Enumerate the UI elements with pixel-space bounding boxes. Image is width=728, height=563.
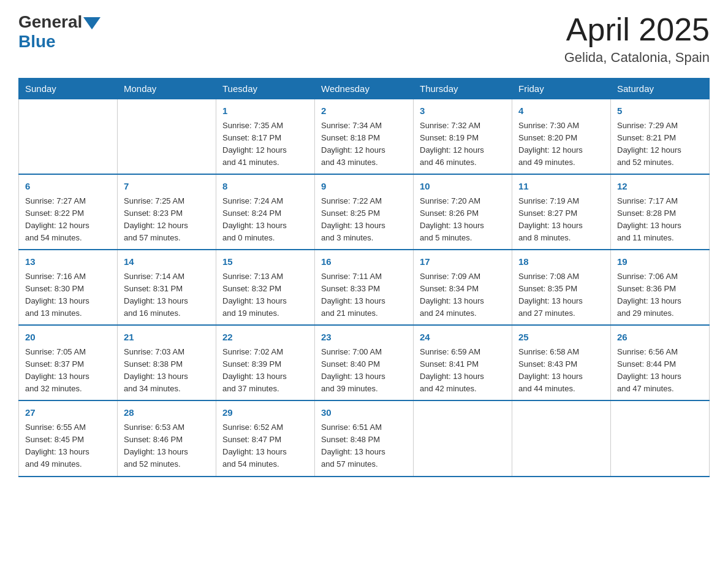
day-cell: 26Sunrise: 6:56 AMSunset: 8:44 PMDayligh…: [611, 325, 710, 400]
day-number: 29: [222, 406, 308, 420]
day-cell: 8Sunrise: 7:24 AMSunset: 8:24 PMDaylight…: [216, 174, 315, 250]
day-number: 1: [222, 104, 308, 118]
day-number: 18: [518, 255, 604, 269]
day-number: 26: [617, 331, 703, 345]
week-row-3: 13Sunrise: 7:16 AMSunset: 8:30 PMDayligh…: [19, 250, 710, 325]
logo-triangle-icon: [83, 17, 100, 29]
day-info: Sunrise: 7:17 AMSunset: 8:28 PMDaylight:…: [617, 195, 703, 245]
day-cell: 10Sunrise: 7:20 AMSunset: 8:26 PMDayligh…: [414, 174, 512, 250]
day-cell: 22Sunrise: 7:02 AMSunset: 8:39 PMDayligh…: [216, 325, 315, 400]
day-info: Sunrise: 6:55 AMSunset: 8:45 PMDaylight:…: [25, 421, 111, 471]
day-cell: [611, 400, 710, 476]
day-cell: 14Sunrise: 7:14 AMSunset: 8:31 PMDayligh…: [118, 250, 216, 325]
day-info: Sunrise: 7:32 AMSunset: 8:19 PMDaylight:…: [420, 120, 506, 169]
day-info: Sunrise: 6:59 AMSunset: 8:41 PMDaylight:…: [420, 346, 506, 396]
calendar-header: SundayMondayTuesdayWednesdayThursdayFrid…: [19, 79, 710, 99]
day-number: 2: [321, 104, 407, 118]
day-number: 20: [25, 331, 111, 345]
header-cell-sunday: Sunday: [19, 79, 118, 99]
header-cell-monday: Monday: [118, 79, 216, 99]
day-cell: 18Sunrise: 7:08 AMSunset: 8:35 PMDayligh…: [512, 250, 611, 325]
day-number: 25: [518, 331, 604, 345]
day-info: Sunrise: 6:51 AMSunset: 8:48 PMDaylight:…: [321, 421, 407, 471]
day-info: Sunrise: 7:08 AMSunset: 8:35 PMDaylight:…: [518, 270, 604, 320]
day-number: 16: [321, 255, 407, 269]
day-cell: 30Sunrise: 6:51 AMSunset: 8:48 PMDayligh…: [315, 400, 414, 476]
day-number: 12: [617, 180, 703, 194]
day-info: Sunrise: 7:34 AMSunset: 8:18 PMDaylight:…: [321, 120, 407, 169]
day-info: Sunrise: 7:25 AMSunset: 8:23 PMDaylight:…: [124, 195, 210, 245]
day-cell: 13Sunrise: 7:16 AMSunset: 8:30 PMDayligh…: [19, 250, 118, 325]
day-info: Sunrise: 7:13 AMSunset: 8:32 PMDaylight:…: [222, 270, 308, 320]
day-number: 8: [222, 180, 308, 194]
header-cell-friday: Friday: [512, 79, 611, 99]
day-number: 7: [124, 180, 210, 194]
day-cell: [512, 400, 611, 476]
day-info: Sunrise: 7:30 AMSunset: 8:20 PMDaylight:…: [518, 120, 604, 169]
week-row-4: 20Sunrise: 7:05 AMSunset: 8:37 PMDayligh…: [19, 325, 710, 400]
logo-general: General: [18, 12, 82, 32]
day-cell: [118, 99, 216, 175]
week-row-1: 1Sunrise: 7:35 AMSunset: 8:17 PMDaylight…: [19, 99, 710, 175]
day-info: Sunrise: 6:53 AMSunset: 8:46 PMDaylight:…: [124, 421, 210, 471]
day-info: Sunrise: 7:06 AMSunset: 8:36 PMDaylight:…: [617, 270, 703, 320]
day-info: Sunrise: 7:09 AMSunset: 8:34 PMDaylight:…: [420, 270, 506, 320]
day-number: 6: [25, 180, 111, 194]
day-info: Sunrise: 7:16 AMSunset: 8:30 PMDaylight:…: [25, 270, 111, 320]
day-cell: 27Sunrise: 6:55 AMSunset: 8:45 PMDayligh…: [19, 400, 118, 476]
day-info: Sunrise: 7:02 AMSunset: 8:39 PMDaylight:…: [222, 346, 308, 396]
day-number: 11: [518, 180, 604, 194]
logo-blue: Blue: [18, 32, 56, 52]
week-row-2: 6Sunrise: 7:27 AMSunset: 8:22 PMDaylight…: [19, 174, 710, 250]
day-info: Sunrise: 6:58 AMSunset: 8:43 PMDaylight:…: [518, 346, 604, 396]
week-row-5: 27Sunrise: 6:55 AMSunset: 8:45 PMDayligh…: [19, 400, 710, 476]
calendar-table: SundayMondayTuesdayWednesdayThursdayFrid…: [18, 78, 710, 477]
header-cell-thursday: Thursday: [414, 79, 512, 99]
day-number: 27: [25, 406, 111, 420]
header-cell-saturday: Saturday: [611, 79, 710, 99]
day-number: 17: [420, 255, 506, 269]
day-info: Sunrise: 7:11 AMSunset: 8:33 PMDaylight:…: [321, 270, 407, 320]
day-number: 13: [25, 255, 111, 269]
day-info: Sunrise: 7:05 AMSunset: 8:37 PMDaylight:…: [25, 346, 111, 396]
day-info: Sunrise: 6:56 AMSunset: 8:44 PMDaylight:…: [617, 346, 703, 396]
day-cell: 6Sunrise: 7:27 AMSunset: 8:22 PMDaylight…: [19, 174, 118, 250]
day-number: 5: [617, 104, 703, 118]
day-number: 30: [321, 406, 407, 420]
day-cell: [414, 400, 512, 476]
day-info: Sunrise: 7:03 AMSunset: 8:38 PMDaylight:…: [124, 346, 210, 396]
day-info: Sunrise: 7:00 AMSunset: 8:40 PMDaylight:…: [321, 346, 407, 396]
day-info: Sunrise: 6:52 AMSunset: 8:47 PMDaylight:…: [222, 421, 308, 471]
day-cell: 15Sunrise: 7:13 AMSunset: 8:32 PMDayligh…: [216, 250, 315, 325]
day-info: Sunrise: 7:29 AMSunset: 8:21 PMDaylight:…: [617, 120, 703, 169]
day-cell: 29Sunrise: 6:52 AMSunset: 8:47 PMDayligh…: [216, 400, 315, 476]
calendar-subtitle: Gelida, Catalonia, Spain: [564, 50, 710, 66]
day-number: 14: [124, 255, 210, 269]
header-cell-wednesday: Wednesday: [315, 79, 414, 99]
header-row: SundayMondayTuesdayWednesdayThursdayFrid…: [19, 79, 710, 99]
day-cell: 5Sunrise: 7:29 AMSunset: 8:21 PMDaylight…: [611, 99, 710, 175]
page-header: General Blue April 2025 Gelida, Cataloni…: [18, 12, 710, 66]
day-number: 22: [222, 331, 308, 345]
title-block: April 2025 Gelida, Catalonia, Spain: [564, 12, 710, 66]
day-cell: 20Sunrise: 7:05 AMSunset: 8:37 PMDayligh…: [19, 325, 118, 400]
day-cell: 12Sunrise: 7:17 AMSunset: 8:28 PMDayligh…: [611, 174, 710, 250]
day-cell: 9Sunrise: 7:22 AMSunset: 8:25 PMDaylight…: [315, 174, 414, 250]
day-cell: 2Sunrise: 7:34 AMSunset: 8:18 PMDaylight…: [315, 99, 414, 175]
day-cell: 11Sunrise: 7:19 AMSunset: 8:27 PMDayligh…: [512, 174, 611, 250]
day-info: Sunrise: 7:27 AMSunset: 8:22 PMDaylight:…: [25, 195, 111, 245]
day-info: Sunrise: 7:19 AMSunset: 8:27 PMDaylight:…: [518, 195, 604, 245]
calendar-title: April 2025: [564, 12, 710, 47]
day-cell: 1Sunrise: 7:35 AMSunset: 8:17 PMDaylight…: [216, 99, 315, 175]
day-number: 28: [124, 406, 210, 420]
day-cell: 19Sunrise: 7:06 AMSunset: 8:36 PMDayligh…: [611, 250, 710, 325]
day-cell: 16Sunrise: 7:11 AMSunset: 8:33 PMDayligh…: [315, 250, 414, 325]
day-cell: 23Sunrise: 7:00 AMSunset: 8:40 PMDayligh…: [315, 325, 414, 400]
day-number: 23: [321, 331, 407, 345]
day-cell: 24Sunrise: 6:59 AMSunset: 8:41 PMDayligh…: [414, 325, 512, 400]
day-number: 19: [617, 255, 703, 269]
day-cell: 25Sunrise: 6:58 AMSunset: 8:43 PMDayligh…: [512, 325, 611, 400]
logo: General Blue: [18, 12, 100, 52]
day-info: Sunrise: 7:22 AMSunset: 8:25 PMDaylight:…: [321, 195, 407, 245]
header-cell-tuesday: Tuesday: [216, 79, 315, 99]
